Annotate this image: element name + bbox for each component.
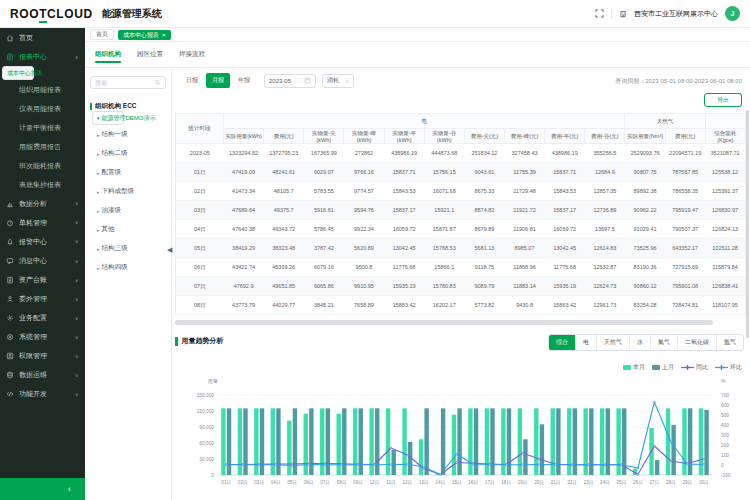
sidebar-item-alarm-center[interactable]: 报警中心∨ [0,232,85,251]
chevron-down-icon: ∨ [75,372,79,378]
table-row: 02日41473.3448105.75783.559774.5715843.53… [176,182,746,201]
search-icon[interactable] [155,79,161,86]
org-tree-panel: 组织机构 ECC ▾ 能源管理DEMO演示 ▸结构一级▸结构二级▸配置级▸下料成… [85,68,172,500]
report-table-wrap: 统计时段电天然气实际用量(kWh)费用(元)实物量-尖(kWh)实物量-峰(kW… [175,113,745,315]
tree-node-4[interactable]: ▸下料成型级 [90,182,166,201]
energy-tab-nitrogen[interactable]: 氮气 [650,335,677,350]
tree-search-box[interactable] [90,76,166,89]
sidebar-item-business-config[interactable]: 业务配置∨ [0,308,85,327]
tab-org-structure[interactable]: 组织机构 [95,50,121,67]
legend-item-last-month[interactable]: 上月 [652,363,674,372]
period-daily-button[interactable]: 日报 [180,73,204,88]
home-icon [6,34,14,42]
col-header: 费用(元) [665,129,705,144]
page-scrollbar[interactable] [746,110,749,338]
legend-item-this-month[interactable]: 本月 [623,363,645,372]
sidebar-item-outsourcing[interactable]: 委外管理∨ [0,289,85,308]
caret-right-icon[interactable]: ▸ [97,265,100,271]
energy-tab-comprehensive[interactable]: 综合 [549,335,575,350]
sidebar-item-data-ops[interactable]: 数据运维∨ [0,365,85,384]
tree-node-5[interactable]: ▸油漆级 [90,201,166,220]
tree-node-3[interactable]: ▸配置级 [90,163,166,182]
caret-right-icon[interactable]: ▸ [97,132,100,138]
sidebar-item-asset-ledger[interactable]: 资产台账∨ [0,270,85,289]
sidebar-item-shift-energy-report[interactable]: 班次能耗报表 [0,156,85,175]
search-input[interactable] [95,80,153,86]
energy-tab-co2[interactable]: 二氧化碳 [677,335,716,350]
content-tabs: 组织机构园区位置焊接流程 [85,42,750,68]
tree-node-1[interactable]: ▸结构一级 [90,125,166,144]
fullscreen-icon[interactable] [595,9,604,18]
tree-node-6[interactable]: ▸其他 [90,220,166,239]
legend-item-yoy[interactable]: 同比 [681,363,708,372]
breadcrumb-home-tab[interactable]: 首页 [90,29,114,40]
avatar[interactable]: J [725,6,740,21]
message-icon [6,257,14,265]
svg-text:03日: 03日 [254,480,264,486]
energy-tab-natural-gas[interactable]: 天然气 [596,335,629,350]
period-yearly-button[interactable]: 年报 [232,73,256,88]
active-page-tab[interactable]: 成本中心报表 × [118,30,171,40]
sidebar-item-org-energy-report[interactable]: 组织用能报表 [0,80,85,99]
energy-tab-water[interactable]: 水 [629,335,650,350]
type-select[interactable]: 消耗 ∨ [322,74,354,88]
sidebar-item-home[interactable]: 首页 [0,28,85,47]
system-icon [6,333,14,341]
sidebar-item-data-analysis[interactable]: 数据分析∨ [0,194,85,213]
caret-right-icon[interactable]: ▸ [97,227,100,233]
energy-type-switch: 综合电天然气水氮气二氧化碳氩气 [548,334,744,351]
sidebar-item-cost-center-report[interactable]: 成本中心报表 [2,66,34,80]
period-monthly-button[interactable]: 月报 [206,73,230,88]
tree-node-2[interactable]: ▸结构二级 [90,144,166,163]
svg-text:90,000: 90,000 [199,425,214,430]
month-picker[interactable]: 2023-05 [264,74,316,88]
analysis-icon [6,200,14,208]
sidebar-item-meter-reading-report[interactable]: 表底集抄报表 [0,175,85,194]
chevron-down-icon: ∨ [75,391,79,397]
legend-item-mom[interactable]: 环比 [715,363,742,372]
svg-text:700: 700 [721,393,729,398]
caret-right-icon[interactable]: ▸ [97,246,100,252]
tab-welding-process[interactable]: 焊接流程 [179,50,205,67]
caret-right-icon[interactable]: ▸ [97,170,100,176]
sidebar-item-permission-mgmt[interactable]: 权限管理∨ [0,346,85,365]
sidebar-item-report-center[interactable]: 报表中心∧ [0,47,85,66]
sidebar-item-function-dev[interactable]: 功能开发∨ [0,384,85,403]
caret-right-icon[interactable]: ▸ [97,151,100,157]
svg-text:150,000: 150,000 [197,393,215,398]
sidebar-item-meter-energy-report[interactable]: 仪表用能报表 [0,99,85,118]
tab-park-location[interactable]: 园区位置 [137,50,163,67]
energy-tab-electricity[interactable]: 电 [575,335,596,350]
collapse-sidebar-button[interactable]: ‹ [68,484,71,494]
sidebar-item-unit-consumption[interactable]: 单耗管理∨ [0,213,85,232]
tree-collapse-handle[interactable]: ◀ [167,246,172,254]
close-icon[interactable]: × [162,30,166,40]
tree-node-7[interactable]: ▸结构三级 [90,239,166,258]
sidebar-item-message-center[interactable]: 消息中心∨ [0,251,85,270]
caret-right-icon[interactable]: ▸ [97,208,100,214]
caret-down-icon[interactable]: ▾ [97,115,100,121]
col-header: 费用(元) [264,129,304,144]
table-horizontal-scrollbar[interactable] [175,320,713,325]
export-button[interactable]: 导出 [704,93,742,107]
sidebar-item-measure-balance-report[interactable]: 计量平衡报表 [0,118,85,137]
divider [611,9,612,19]
sidebar: 首页报表中心∧成本中心报表组织用能报表仪表用能报表计量平衡报表用能费用报告班次能… [0,28,85,500]
sidebar-item-system-mgmt[interactable]: 系统管理∨ [0,327,85,346]
svg-text:30,000: 30,000 [199,457,214,462]
svg-text:用量: 用量 [207,378,218,385]
svg-text:100: 100 [721,453,729,458]
sidebar-item-energy-cost-report[interactable]: 用能费用报告 [0,137,85,156]
tree-node-8[interactable]: ▸结构四级 [90,258,166,277]
tree-root-node[interactable]: 组织机构 ECC [90,102,166,111]
col-header: 实物量-峰(kWh) [344,129,384,144]
svg-text:02日: 02日 [238,480,248,486]
org-name[interactable]: 西安市工业互联网展示中心 [634,9,718,19]
energy-tab-argon[interactable]: 氩气 [716,335,743,350]
svg-text:07日: 07日 [320,480,330,486]
chevron-down-icon: ∨ [75,334,79,340]
caret-right-icon[interactable]: ▸ [97,189,100,195]
content-area: 组织机构园区位置焊接流程 组织机构 ECC ▾ 能源管理DEMO演示 ▸结构一级… [85,42,750,500]
report-table: 统计时段电天然气实际用量(kWh)费用(元)实物量-尖(kWh)实物量-峰(kW… [175,113,746,315]
tree-node-selected[interactable]: ▾ 能源管理DEMO演示 [92,111,124,125]
